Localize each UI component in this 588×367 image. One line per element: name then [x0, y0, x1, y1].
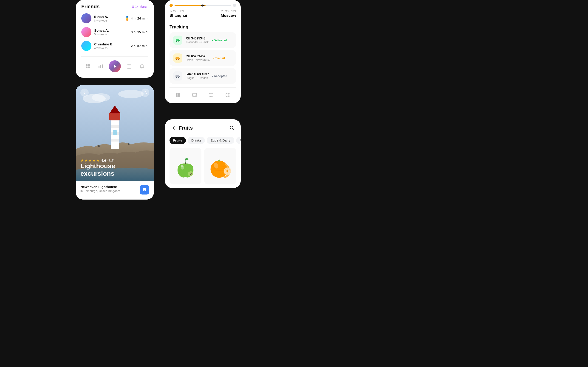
- tracking-route: Omsk – Novosibirsk: [186, 58, 210, 62]
- avatar: [81, 27, 91, 37]
- plane-icon: ✈: [201, 3, 205, 8]
- friends-date-range: 8-14 March: [132, 5, 148, 8]
- svg-rect-16: [175, 57, 179, 59]
- svg-rect-41: [109, 112, 120, 120]
- rating-count: (313): [107, 159, 114, 162]
- svg-rect-26: [176, 95, 178, 97]
- svg-rect-20: [175, 75, 179, 77]
- svg-point-15: [179, 41, 179, 42]
- tracking-number: RU 65783452: [186, 54, 210, 58]
- svg-point-57: [226, 170, 228, 172]
- tracking-number: RU 34525348: [186, 36, 208, 40]
- category-tab-meat[interactable]: Meat: [236, 137, 241, 144]
- tracking-icon: [173, 71, 182, 81]
- top-controls: [76, 89, 154, 97]
- status-badge: • Transit: [213, 56, 225, 60]
- svg-point-47: [230, 126, 233, 129]
- status-dot: •: [213, 56, 215, 60]
- svg-rect-13: [179, 40, 180, 41]
- svg-point-46: [128, 143, 130, 145]
- calendar-icon[interactable]: [124, 62, 134, 71]
- search-button[interactable]: [228, 124, 236, 132]
- fruit-item-apple[interactable]: [170, 148, 201, 184]
- fitness-card: Friends 8-14 March Ethan A. 8 workouts 🏅…: [76, 0, 154, 78]
- avatar: [81, 13, 91, 23]
- svg-point-50: [191, 173, 192, 174]
- svg-point-18: [176, 59, 177, 60]
- svg-rect-5: [100, 65, 101, 68]
- play-button[interactable]: [109, 60, 121, 72]
- route-progress-line: ✈: [174, 5, 231, 6]
- category-tab-fruits[interactable]: Fruits: [170, 137, 186, 144]
- lighthouse-image: ★★★★★ 4,6 (313) Lighthouse excursions: [76, 85, 154, 181]
- tracking-item: RU 65783452 Omsk – Novosibirsk • Transit: [170, 50, 236, 66]
- tracking-icon: [173, 35, 182, 45]
- svg-point-45: [98, 145, 100, 147]
- route-end-dot: [233, 4, 236, 7]
- flight-dates: 17 Mar, 2021 26 Mar, 2021: [170, 10, 236, 12]
- tracking-number: 5467 4563 4237: [186, 72, 209, 76]
- lighthouse-info: Newhaven Lighthouse in Edinburgh, United…: [76, 181, 154, 200]
- svg-rect-24: [176, 93, 178, 95]
- svg-point-14: [176, 41, 177, 42]
- friend-workouts: 4 workouts: [94, 47, 113, 50]
- tracking-icon: [173, 53, 182, 63]
- status-badge: • Delivered: [212, 39, 227, 42]
- svg-rect-2: [86, 67, 87, 68]
- flight-cities: Shanghai Moscow: [170, 13, 236, 18]
- location-name: Newhaven Lighthouse: [80, 185, 120, 189]
- category-tab-eggs-dairy[interactable]: Eggs & Dairy: [207, 137, 234, 144]
- bell-icon[interactable]: [137, 62, 147, 71]
- tracking-item: 5467 4563 4237 Prague – Dresden • Accept…: [170, 68, 236, 84]
- svg-point-22: [176, 77, 177, 78]
- friend-time: 3 h. 15 min.: [131, 30, 148, 34]
- apple-svg: [173, 156, 198, 181]
- svg-rect-44: [113, 130, 117, 135]
- avatar: [81, 41, 91, 51]
- svg-point-55: [218, 160, 220, 162]
- fruit-item-orange[interactable]: [204, 148, 236, 184]
- svg-rect-6: [102, 65, 103, 68]
- friend-time-wrap: 3 h. 15 min.: [131, 30, 148, 34]
- route-start-dot: [170, 4, 173, 7]
- flight-header: ✈ 17 Mar, 2021 26 Mar, 2021 Shanghai Mos…: [170, 0, 236, 24]
- back-button[interactable]: [170, 124, 178, 132]
- medal-icon: 🏅: [124, 16, 130, 21]
- svg-rect-4: [99, 66, 99, 68]
- tracking-item: RU 34525348 Krasnodar – Omsk • Delivered: [170, 32, 236, 48]
- svg-rect-40: [111, 139, 119, 142]
- share-button[interactable]: [141, 89, 149, 97]
- lighthouse-card: ★★★★★ 4,6 (313) Lighthouse excursions Ne…: [76, 85, 154, 200]
- svg-rect-1: [88, 64, 90, 66]
- bar-chart-icon[interactable]: [96, 62, 105, 71]
- fruits-header: Fruits: [170, 124, 236, 132]
- svg-rect-25: [178, 93, 180, 95]
- tracking-details: RU 34525348 Krasnodar – Omsk: [186, 36, 208, 44]
- tracking-nav: [170, 87, 236, 100]
- grid-icon[interactable]: [173, 90, 182, 100]
- bookmark-button[interactable]: [140, 185, 149, 194]
- category-tab-drinks[interactable]: Drinks: [188, 137, 205, 144]
- svg-rect-21: [179, 76, 180, 77]
- svg-rect-38: [111, 125, 119, 128]
- fruits-title: Fruits: [179, 125, 228, 131]
- grid-icon[interactable]: [83, 62, 92, 71]
- svg-rect-17: [179, 58, 180, 59]
- inbox-icon[interactable]: [190, 90, 199, 100]
- back-button[interactable]: [80, 89, 89, 97]
- fruits-card: Fruits Fruits Drinks Eggs & Dairy Meat: [165, 119, 241, 188]
- city-to: Moscow: [221, 13, 236, 18]
- friend-row: Sonya A. 5 workouts 3 h. 15 min.: [81, 27, 148, 37]
- lighthouse-title: Lighthouse excursions: [80, 162, 115, 177]
- friend-info: Ethan A. 8 workouts: [81, 13, 108, 23]
- svg-marker-7: [114, 65, 116, 68]
- friend-time: 4 h. 24 min.: [131, 17, 148, 20]
- chat-icon[interactable]: [207, 90, 216, 100]
- globe-icon[interactable]: [223, 90, 233, 100]
- svg-rect-8: [127, 65, 131, 68]
- svg-point-19: [178, 59, 179, 60]
- location-sub: in Edinburgh, United Kingdom: [80, 189, 120, 193]
- friend-workouts: 5 workouts: [94, 33, 109, 36]
- friend-info: Sonya A. 5 workouts: [81, 27, 109, 37]
- flight-route-bar: ✈: [170, 4, 236, 7]
